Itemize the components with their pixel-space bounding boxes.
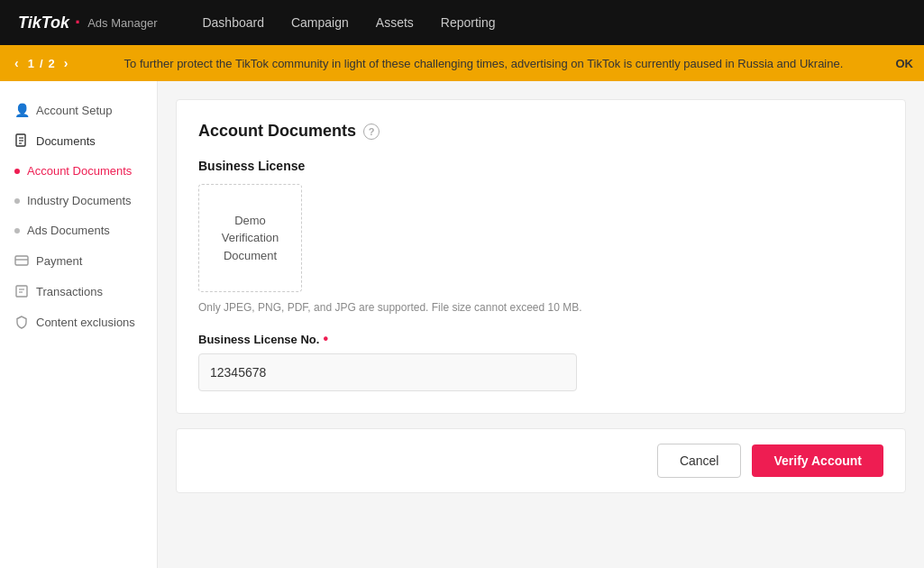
sidebar-item-industry-documents[interactable]: Industry Documents [0,186,157,215]
ads-documents-dot [14,228,20,234]
nav-assets[interactable]: Assets [376,15,414,30]
account-documents-card: Account Documents ? Business License Dem… [176,99,906,414]
card-title: Account Documents ? [198,122,883,141]
business-license-label: Business License [198,159,883,173]
sidebar-item-content-exclusions[interactable]: Content exclusions [0,307,157,337]
upload-box[interactable]: Demo Verification Document [198,184,302,292]
sidebar-transactions-label: Transactions [36,285,103,298]
verify-account-button[interactable]: Verify Account [752,444,883,477]
sidebar-item-ads-documents[interactable]: Ads Documents [0,215,157,245]
sidebar-item-transactions[interactable]: Transactions [0,276,157,307]
banner-page-separator: / [40,57,43,70]
cancel-button[interactable]: Cancel [657,444,742,478]
sidebar-account-setup-label: Account Setup [36,104,113,117]
sidebar-item-account-setup[interactable]: 👤 Account Setup [0,95,157,125]
page-title: Account Documents [198,122,356,141]
nav-dashboard[interactable]: Dashboard [202,15,264,30]
banner-page-total: 2 [49,57,55,70]
help-icon[interactable]: ? [363,124,380,140]
logo-dot: · [75,11,80,34]
upload-hint: Only JPEG, PNG, PDF, and JPG are support… [198,301,883,314]
sidebar-industry-documents-label: Industry Documents [27,194,132,207]
banner-prev-arrow[interactable]: ‹ [11,54,23,72]
nav-reporting[interactable]: Reporting [441,15,496,30]
documents-icon [14,133,29,148]
sidebar-section-documents: Documents [0,125,157,156]
license-no-input[interactable] [198,353,577,391]
account-documents-dot [14,169,20,174]
sidebar-item-account-documents[interactable]: Account Documents [0,156,157,186]
nav-campaign[interactable]: Campaign [291,15,349,30]
license-no-label: Business License No. • [198,332,883,346]
svg-rect-6 [16,286,27,297]
svg-rect-4 [15,256,28,265]
sidebar-account-documents-label: Account Documents [27,164,132,178]
nav-links: Dashboard Campaign Assets Reporting [202,15,495,30]
sidebar-ads-documents-label: Ads Documents [27,224,110,237]
main-layout: 👤 Account Setup Documents Account Docume… [0,81,924,568]
banner-ok-button[interactable]: OK [896,57,914,70]
banner-next-arrow[interactable]: › [60,54,72,72]
sidebar-payment-label: Payment [36,254,82,268]
banner-page-current: 1 [28,57,34,70]
required-indicator: • [323,332,328,346]
sidebar: 👤 Account Setup Documents Account Docume… [0,81,158,568]
user-icon: 👤 [14,103,29,117]
upload-box-text: Demo Verification Document [210,212,290,265]
main-content: Account Documents ? Business License Dem… [158,81,924,568]
industry-documents-dot [14,198,20,204]
announcement-banner: ‹ 1 / 2 › To further protect the TikTok … [0,45,924,81]
footer-card: Cancel Verify Account [176,428,906,493]
logo-ads-text: Ads Manager [87,16,157,30]
banner-text: To further protect the TikTok community … [80,57,886,70]
shield-icon [14,315,29,329]
logo-tiktok-text: TikTok [18,14,69,32]
sidebar-documents-label: Documents [36,134,96,148]
transactions-icon [14,284,29,298]
logo: TikTok·Ads Manager [18,11,157,34]
top-navigation: TikTok·Ads Manager Dashboard Campaign As… [0,0,924,45]
sidebar-content-exclusions-label: Content exclusions [36,316,135,329]
payment-icon [14,253,29,268]
banner-nav: ‹ 1 / 2 › [11,54,71,72]
sidebar-item-payment[interactable]: Payment [0,245,157,276]
